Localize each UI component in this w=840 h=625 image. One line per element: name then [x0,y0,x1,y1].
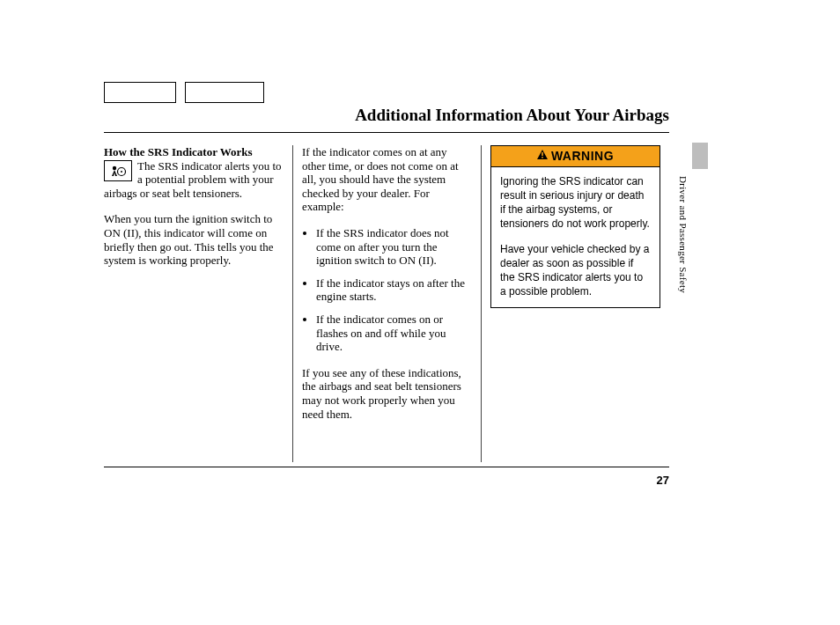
header-box-2 [185,82,264,103]
warning-triangle-icon [537,150,548,161]
page-title: Additional Information About Your Airbag… [355,106,669,125]
warning-header-text: WARNING [551,149,614,164]
warning-box: WARNING Ignoring the SRS indicator can r… [490,145,660,308]
column-2: If the indicator comes on at any other t… [292,145,481,462]
title-rule [104,132,669,133]
section-label: Driver and Passenger Safety [678,176,689,293]
svg-point-0 [113,165,116,169]
content-columns: How the SRS Indicator Works The SRS indi… [104,145,669,462]
header-box-1 [104,82,176,103]
svg-rect-4 [542,157,543,158]
srs-airbag-icon [104,160,132,181]
column-1: How the SRS Indicator Works The SRS indi… [104,145,292,462]
column-3: WARNING Ignoring the SRS indicator can r… [481,145,669,462]
col2-outro: If you see any of these indications, the… [302,366,472,421]
svg-rect-3 [542,152,543,156]
col1-intro: How the SRS Indicator Works The SRS indi… [104,145,284,200]
warning-p1: Ignoring the SRS indicator can result in… [500,174,651,232]
col2-bullet-1: If the SRS indicator does not come on af… [316,226,472,268]
col2-bullets: If the SRS indicator does not come on af… [302,226,472,354]
col1-para2: When you turn the ignition switch to ON … [104,212,284,267]
warning-p2: Have your vehicle checked by a dealer as… [500,242,651,299]
col2-intro: If the indicator comes on at any other t… [302,145,472,214]
col2-bullet-2: If the indicator stays on after the engi… [316,276,472,304]
svg-point-2 [121,171,122,173]
page-number: 27 [657,474,669,487]
warning-header: WARNING [491,146,659,167]
header-placeholder-boxes [104,82,264,103]
col1-heading: How the SRS Indicator Works [104,145,253,158]
section-tab [692,143,708,169]
warning-body: Ignoring the SRS indicator can result in… [491,167,659,308]
manual-page: Additional Information About Your Airbag… [0,0,840,625]
footer-rule [104,467,669,467]
col2-bullet-3: If the indicator comes on or flashes on … [316,312,472,354]
